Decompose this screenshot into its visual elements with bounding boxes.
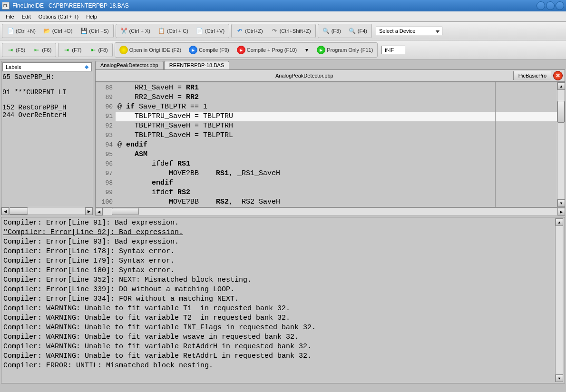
maximize-button[interactable] xyxy=(546,1,555,10)
editor-vscroll[interactable]: ▲ ▼ xyxy=(557,82,565,207)
code-line[interactable]: ifdef RS1 xyxy=(116,159,557,169)
labels-hscroll[interactable]: ◀ ▶ xyxy=(1,207,93,215)
open-button[interactable]: 📂(Ctrl +O) xyxy=(40,25,76,37)
output-line[interactable]: Compiler: Error[Line 352]: NEXT: Mismatc… xyxy=(3,275,555,285)
replace-button[interactable]: 🔍(F4) xyxy=(345,25,371,37)
minimize-button[interactable] xyxy=(537,1,545,10)
close-file-button[interactable]: ✕ xyxy=(553,71,563,80)
undo-icon: ↶ xyxy=(236,27,244,35)
compile-prog-button[interactable]: ▸Compile + Prog (F10) xyxy=(234,44,300,56)
f8-button[interactable]: ⇤(F8) xyxy=(86,44,111,56)
copy-button[interactable]: 📋(Ctrl + C) xyxy=(155,25,192,37)
f6-button[interactable]: ⇤(F6) xyxy=(29,44,55,56)
output-line[interactable]: Compiler: Error[Line 339]: DO without a … xyxy=(3,285,555,294)
code-line[interactable]: TBLPTRU_SaveH = TBLPTRU xyxy=(116,112,557,121)
menu-options[interactable]: Options (Ctrl + T) xyxy=(35,13,82,20)
code-line[interactable]: MOVE?BB RS1, _RS1_SaveH xyxy=(116,169,557,178)
output-line[interactable]: Compiler: Error[Line 180]: Syntax error. xyxy=(3,266,555,275)
tab-reenter[interactable]: REENTERPBP-18.BAS xyxy=(164,61,230,69)
scroll-down-button[interactable]: ▼ xyxy=(557,199,565,207)
code-line[interactable]: TBLPTRH_SaveH = TBLPTRH xyxy=(116,121,557,131)
indent-icon: ⇥ xyxy=(63,46,70,54)
indent-icon: ⇥ xyxy=(7,46,14,54)
code-line[interactable]: TBLPTRL_SaveH = TBLPTRL xyxy=(116,131,557,140)
code-area[interactable]: RR1_SaveH = RR1 RR2_SaveH = RR2@ if Save… xyxy=(116,82,557,207)
f7-button[interactable]: ⇥(F7) xyxy=(59,44,85,56)
paste-button[interactable]: 📄(Ctrl +V) xyxy=(193,25,228,37)
find-button[interactable]: 🔍(F3) xyxy=(319,25,344,37)
output-line[interactable]: Compiler: WARNING: Unable to fit variabl… xyxy=(3,333,555,342)
scroll-up-button[interactable]: ▲ xyxy=(556,218,563,226)
code-line[interactable]: ifdef RS2 xyxy=(116,188,557,197)
scroll-right-button[interactable]: ▶ xyxy=(557,208,565,216)
scroll-up-button[interactable]: ▲ xyxy=(557,82,565,90)
output-line[interactable]: Compiler: WARNING: Unable to fit variabl… xyxy=(3,314,555,323)
nav-diamond-icon[interactable]: ◆ xyxy=(85,64,88,70)
compile-button[interactable]: ▸Compile (F9) xyxy=(185,44,233,56)
file-tabs: AnalogPeakDetector.pbp REENTERPBP-18.BAS xyxy=(95,61,565,69)
outdent-icon: ⇤ xyxy=(33,46,40,54)
scroll-thumb[interactable] xyxy=(9,207,28,215)
output-line[interactable]: Compiler: ERROR: UNTIL: Mismatched block… xyxy=(3,361,555,371)
output-line[interactable]: Compiler: Error[Line 179]: Syntax error. xyxy=(3,256,555,266)
compiler-output[interactable]: Compiler: Error[Line 91]: Bad expression… xyxy=(1,217,565,383)
dropdown-icon[interactable]: ▾ xyxy=(303,46,311,54)
code-line[interactable]: @ if Save_TBLPTR == 1 xyxy=(116,102,557,112)
scroll-thumb[interactable] xyxy=(112,208,139,215)
output-line[interactable]: "Compiler: Error[Line 92]: Bad expressio… xyxy=(3,228,555,237)
editor-hscroll[interactable]: ◀ ▶ xyxy=(95,207,565,215)
language-button[interactable]: PicBasicPro xyxy=(513,71,551,80)
save-button[interactable]: 💾(Ctrl +S) xyxy=(77,25,112,37)
paste-icon: 📄 xyxy=(196,27,204,35)
code-line[interactable]: MOVE?BB RS2, RS2 SaveH xyxy=(116,197,557,207)
labels-list-item[interactable]: 244 OverReEnterH xyxy=(2,111,92,119)
open-ide-button[interactable]: Open in Origi IDE (F2) xyxy=(116,44,185,56)
code-line[interactable]: @ endif xyxy=(116,140,557,150)
labels-list[interactable]: 65 SavePBP_H: 91 ***CURRENT LI 152 Resto… xyxy=(1,72,93,207)
output-line[interactable]: Compiler: WARNING: Unable to fit variabl… xyxy=(3,323,555,333)
if-textbox[interactable]: if-IF xyxy=(381,46,405,54)
dropdown-arrow-icon xyxy=(434,28,441,35)
code-line[interactable]: ASM xyxy=(116,150,557,159)
code-editor[interactable]: 888990919293949596979899100 RR1_SaveH = … xyxy=(95,82,565,207)
menu-help[interactable]: Help xyxy=(82,13,101,20)
labels-list-item[interactable]: 152 RestorePBP_H xyxy=(2,104,92,111)
code-line[interactable]: RR1_SaveH = RR1 xyxy=(116,83,557,93)
program-only-button[interactable]: ▸Program Only (F11) xyxy=(313,44,376,56)
labels-list-item[interactable] xyxy=(2,96,92,104)
tab-analog[interactable]: AnalogPeakDetector.pbp xyxy=(95,61,164,69)
output-line[interactable]: Compiler: WARNING: Unable to fit variabl… xyxy=(3,342,555,352)
undo-button[interactable]: ↶(Ctrl+Z) xyxy=(233,25,266,37)
new-button[interactable]: 📄(Ctrl +N) xyxy=(3,25,39,37)
cut-button[interactable]: ✂️(Ctrl + X) xyxy=(117,25,154,37)
close-window-button[interactable] xyxy=(556,1,564,10)
output-vscroll[interactable]: ▲ ▼ xyxy=(555,218,563,382)
menu-file[interactable]: File xyxy=(2,13,18,20)
labels-list-item[interactable] xyxy=(2,81,92,88)
scroll-left-button[interactable]: ◀ xyxy=(1,207,9,215)
redo-button[interactable]: ↷(Ctrl+Shift+Z) xyxy=(267,25,314,37)
scroll-right-button[interactable]: ▶ xyxy=(85,207,93,215)
code-line[interactable]: RR2_SaveH = RR2 xyxy=(116,93,557,102)
output-line[interactable]: Compiler: WARNING: Unable to fit variabl… xyxy=(3,304,555,314)
code-line[interactable]: endif xyxy=(116,178,557,188)
scroll-thumb[interactable] xyxy=(557,101,565,123)
output-line[interactable]: Compiler: Error[Line 93]: Bad expression… xyxy=(3,237,555,247)
f5-button[interactable]: ⇥(F5) xyxy=(3,44,29,56)
line-gutter: 888990919293949596979899100 xyxy=(96,82,116,207)
labels-list-item[interactable]: 91 ***CURRENT LI xyxy=(2,88,92,96)
output-line[interactable]: Compiler: Error[Line 178]: Syntax error. xyxy=(3,247,555,256)
scroll-down-button[interactable]: ▼ xyxy=(556,374,563,382)
main-area: Labels ◆ 65 SavePBP_H: 91 ***CURRENT LI … xyxy=(0,60,566,216)
scroll-left-button[interactable]: ◀ xyxy=(95,208,103,216)
output-line[interactable]: Compiler: WARNING: Unable to fit variabl… xyxy=(3,352,555,361)
menu-edit[interactable]: Edit xyxy=(18,13,35,20)
output-line[interactable]: Compiler: Error[Line 91]: Bad expression… xyxy=(3,218,555,228)
output-line[interactable]: Compiler: Error[Line 334]: FOR without a… xyxy=(3,294,555,304)
new-file-icon: 📄 xyxy=(7,27,14,35)
labels-header[interactable]: Labels ◆ xyxy=(2,62,92,71)
search-replace-icon: 🔍 xyxy=(349,27,356,35)
toolbar-row-1: 📄(Ctrl +N) 📂(Ctrl +O) 💾(Ctrl +S) ✂️(Ctrl… xyxy=(0,22,566,40)
device-selector[interactable]: Select a Device xyxy=(376,27,442,35)
labels-list-item[interactable]: 65 SavePBP_H: xyxy=(2,73,92,81)
